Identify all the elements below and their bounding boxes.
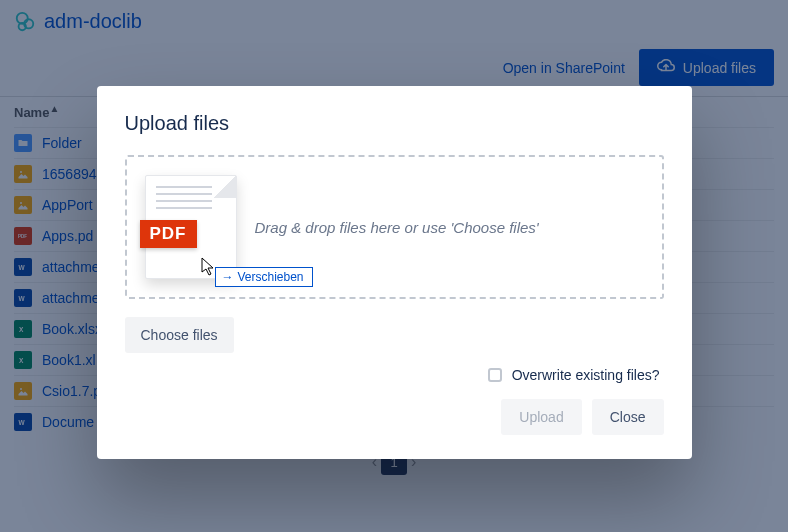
drop-zone[interactable]: PDF Drag & drop files here or use 'Choos…	[125, 155, 664, 299]
overwrite-checkbox[interactable]	[488, 368, 502, 382]
drag-tooltip: → Verschieben	[215, 267, 313, 287]
drop-zone-hint: Drag & drop files here or use 'Choose fi…	[255, 219, 539, 236]
overwrite-label: Overwrite existing files?	[512, 367, 660, 383]
modal-upload-button[interactable]: Upload	[501, 399, 581, 435]
choose-files-button[interactable]: Choose files	[125, 317, 234, 353]
arrow-right-icon: →	[222, 270, 234, 284]
overwrite-row: Overwrite existing files?	[125, 367, 664, 383]
upload-files-modal: Upload files PDF Drag & drop files here …	[97, 86, 692, 459]
modal-overlay: Upload files PDF Drag & drop files here …	[0, 0, 788, 532]
modal-close-button[interactable]: Close	[592, 399, 664, 435]
pdf-badge: PDF	[140, 220, 197, 248]
modal-title: Upload files	[125, 112, 664, 135]
modal-actions: Upload Close	[125, 399, 664, 435]
pdf-file-thumbnail: PDF	[145, 175, 237, 279]
